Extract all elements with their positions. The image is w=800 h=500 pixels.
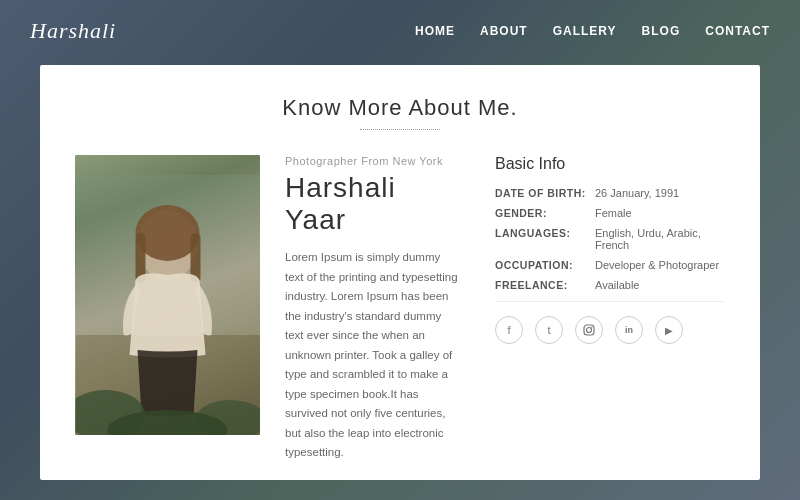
info-value-occupation: Developer & Photograper	[595, 259, 719, 271]
logo[interactable]: Harshali	[30, 18, 116, 44]
info-label-freelance: FREELANCE:	[495, 279, 595, 291]
info-row-freelance: FREELANCE: Available	[495, 279, 725, 291]
nav-home[interactable]: HOME	[415, 24, 455, 38]
info-value-dob: 26 January, 1991	[595, 187, 679, 199]
linkedin-icon[interactable]: in	[615, 316, 643, 344]
header: Harshali HOME ABOUT GALLERY BLOG CONTACT	[0, 0, 800, 61]
nav-gallery[interactable]: GALLERY	[553, 24, 617, 38]
info-row-dob: DATE OF BIRTH: 26 January, 1991	[495, 187, 725, 199]
profile-illustration	[75, 175, 260, 435]
info-label-languages: LANGUAGES:	[495, 227, 595, 239]
bio-text-2: Took a galley of type and scrambled it t…	[285, 475, 460, 480]
nav-contact[interactable]: CONTACT	[705, 24, 770, 38]
bio-subtitle: Photographer From New York	[285, 155, 460, 167]
svg-point-11	[591, 327, 592, 328]
profile-image-wrap	[75, 155, 260, 435]
nav-blog[interactable]: BLOG	[642, 24, 681, 38]
main-card: Know More About Me.	[40, 65, 760, 480]
bio-text-1: Lorem Ipsum is simply dummy text of the …	[285, 248, 460, 463]
instagram-svg	[583, 324, 595, 336]
info-value-freelance: Available	[595, 279, 639, 291]
nav-about[interactable]: ABOUT	[480, 24, 528, 38]
youtube-icon[interactable]: ▶	[655, 316, 683, 344]
info-title: Basic Info	[495, 155, 725, 173]
info-label-dob: DATE OF BIRTH:	[495, 187, 595, 199]
svg-rect-9	[584, 325, 594, 335]
info-section: Basic Info DATE OF BIRTH: 26 January, 19…	[495, 155, 725, 480]
bio-section: Photographer From New York Harshali Yaar…	[285, 155, 470, 480]
bio-name: Harshali Yaar	[285, 172, 460, 236]
info-label-occupation: OCCUPATION:	[495, 259, 595, 271]
social-icons: f t in ▶	[495, 316, 725, 344]
info-row-occupation: OCCUPATION: Developer & Photograper	[495, 259, 725, 271]
info-value-gender: Female	[595, 207, 632, 219]
nav: HOME ABOUT GALLERY BLOG CONTACT	[415, 24, 770, 38]
facebook-icon[interactable]: f	[495, 316, 523, 344]
section-title-wrap: Know More About Me.	[75, 95, 725, 130]
info-value-languages: English, Urdu, Arabic, French	[595, 227, 725, 251]
content-area: Photographer From New York Harshali Yaar…	[75, 155, 725, 480]
profile-image	[75, 155, 260, 435]
info-row-gender: GENDER: Female	[495, 207, 725, 219]
info-divider	[495, 301, 725, 302]
title-divider	[360, 129, 440, 130]
info-row-languages: LANGUAGES: English, Urdu, Arabic, French	[495, 227, 725, 251]
svg-point-10	[587, 328, 592, 333]
info-label-gender: GENDER:	[495, 207, 595, 219]
section-title: Know More About Me.	[75, 95, 725, 121]
twitter-icon[interactable]: t	[535, 316, 563, 344]
instagram-icon[interactable]	[575, 316, 603, 344]
